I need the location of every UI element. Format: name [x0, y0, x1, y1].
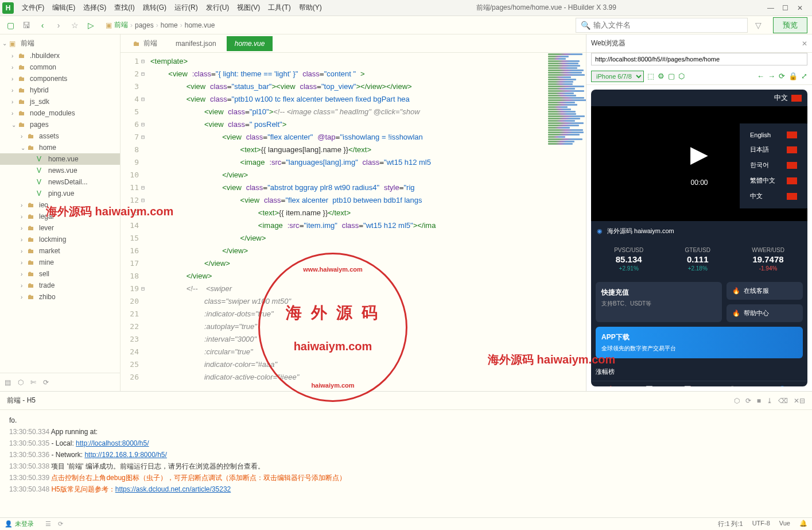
- sync-icon[interactable]: ⟳: [43, 378, 49, 386]
- tree-item[interactable]: ›🖿zhibo: [0, 291, 120, 303]
- language-mode[interactable]: Vue: [779, 520, 790, 528]
- tree-item[interactable]: ›🖿.hbuilderx: [0, 50, 120, 61]
- service-button[interactable]: 🔥在线客服: [726, 282, 803, 300]
- close-icon[interactable]: ✕⊟: [794, 397, 805, 405]
- frame-icon[interactable]: ▢: [668, 72, 675, 80]
- menu-item[interactable]: 工具(T): [265, 2, 294, 14]
- toggle-icon[interactable]: ⬚: [647, 72, 654, 80]
- tab-nav[interactable]: 涨幅榜: [591, 363, 807, 381]
- breadcrumb-item[interactable]: pages: [135, 21, 154, 29]
- minimize-icon[interactable]: —: [767, 4, 775, 12]
- gear-icon[interactable]: ⚙: [658, 72, 665, 80]
- menu-item[interactable]: 选择(S): [80, 2, 110, 14]
- run-icon[interactable]: ▷: [85, 20, 96, 31]
- menu-item[interactable]: 发行(U): [203, 2, 233, 14]
- ticker[interactable]: GTE/USD0.111+2.18%: [685, 247, 710, 272]
- terminal-icon[interactable]: ▤: [5, 378, 11, 386]
- menu-item[interactable]: 视图(V): [234, 2, 263, 14]
- new-file-icon[interactable]: ▢: [5, 20, 16, 31]
- url-input[interactable]: [591, 53, 807, 65]
- app-download-banner[interactable]: APP下载 全球领先的数字资产交易平台: [596, 327, 803, 358]
- tree-root[interactable]: ⌄ ▣ 前端: [0, 37, 120, 50]
- breadcrumb-item[interactable]: home: [161, 21, 178, 29]
- maximize-icon[interactable]: ☐: [782, 4, 790, 12]
- menu-item[interactable]: 跳转(G): [139, 2, 170, 14]
- forward-icon[interactable]: ›: [53, 20, 64, 31]
- nav-item[interactable]: 📊行情: [643, 386, 655, 386]
- encoding[interactable]: UTF-8: [752, 520, 770, 528]
- forward-icon[interactable]: →: [768, 72, 775, 80]
- menu-item[interactable]: 运行(R): [171, 2, 201, 14]
- bug-icon[interactable]: ⬡: [678, 72, 685, 80]
- back-icon[interactable]: ‹: [37, 20, 48, 31]
- editor-tab[interactable]: home.vue: [227, 36, 273, 51]
- lang-item[interactable]: 繁體中文: [744, 173, 803, 188]
- debug-icon[interactable]: ⬡: [734, 397, 740, 405]
- nav-item[interactable]: 👤个人中心: [771, 386, 794, 386]
- menu-item[interactable]: 编辑(E): [49, 2, 79, 14]
- help-button[interactable]: 🔥帮助中心: [726, 304, 803, 322]
- ticker[interactable]: PVSC/USD85.134+2.91%: [614, 247, 643, 272]
- device-select[interactable]: iPhone 6/7/8: [591, 71, 644, 82]
- lang-item[interactable]: English: [744, 128, 803, 142]
- tree-item[interactable]: ›🖿common: [0, 61, 120, 73]
- tree-item[interactable]: ›🖿assets: [0, 130, 120, 142]
- bug-icon[interactable]: ⬡: [18, 378, 24, 386]
- preview-button[interactable]: 预览: [773, 17, 807, 33]
- cut-icon[interactable]: ✄: [30, 378, 36, 386]
- sync-icon[interactable]: ⟳: [58, 520, 63, 528]
- stop-icon[interactable]: ■: [757, 397, 761, 405]
- play-icon[interactable]: ▶: [690, 141, 708, 167]
- search-input[interactable]: [593, 21, 744, 29]
- code-editor[interactable]: 1234567891011121314151617181920212223242…: [121, 53, 586, 391]
- code-content[interactable]: <template> <view :class="{ light: theme …: [150, 53, 546, 391]
- current-lang[interactable]: 中文: [774, 93, 788, 103]
- menu-item[interactable]: 查找(I): [111, 2, 138, 14]
- clear-icon[interactable]: ⌫: [778, 397, 788, 405]
- nav-item[interactable]: 🔥首页: [605, 386, 616, 386]
- save-icon[interactable]: 🖫: [21, 20, 32, 31]
- quick-charge[interactable]: 快捷充值 支持BTC、USDT等: [596, 282, 722, 322]
- bell-icon[interactable]: 🔔: [799, 520, 807, 528]
- tree-item[interactable]: ›🖿legal: [0, 211, 120, 222]
- tree-item[interactable]: ›🖿lever: [0, 222, 120, 234]
- refresh-icon[interactable]: ⟳: [779, 72, 785, 80]
- lang-item[interactable]: 中文: [744, 188, 803, 204]
- tree-item[interactable]: ›🖿market: [0, 245, 120, 257]
- export-icon[interactable]: ⤓: [767, 397, 772, 405]
- tree-item[interactable]: ›🖿trade: [0, 280, 120, 291]
- tree-item[interactable]: Vping.vue: [0, 188, 120, 199]
- nav-item[interactable]: 📈持仓: [682, 386, 693, 386]
- lang-item[interactable]: 한국어: [744, 157, 803, 173]
- video-player[interactable]: ▶ 00:00 English日本語한국어繁體中文中文: [591, 106, 807, 221]
- minimap[interactable]: [546, 53, 586, 391]
- editor-tab[interactable]: 🖿前端: [125, 35, 165, 52]
- tree-item[interactable]: ›🖿lockming: [0, 234, 120, 245]
- console-output[interactable]: fo.13:30:50.334 App running at:13:30:50.…: [0, 410, 812, 517]
- tree-item[interactable]: ›🖿ieo: [0, 199, 120, 211]
- tree-item[interactable]: Vnews.vue: [0, 165, 120, 176]
- filter-icon[interactable]: ▽: [752, 20, 764, 31]
- expand-icon[interactable]: ⤢: [801, 72, 807, 80]
- login-status[interactable]: 未登录: [15, 520, 34, 528]
- breadcrumb-item[interactable]: home.vue: [185, 21, 215, 29]
- nav-item[interactable]: 💬在线客服: [721, 386, 744, 386]
- tree-item[interactable]: ⌄🖿home: [0, 142, 120, 153]
- menu-item[interactable]: 帮助(Y): [296, 2, 325, 14]
- search-icon[interactable]: 🔍: [580, 20, 591, 31]
- menu-item[interactable]: 文件(F): [18, 2, 48, 14]
- back-icon[interactable]: ←: [757, 72, 764, 80]
- lang-item[interactable]: 日本語: [744, 142, 803, 157]
- editor-tab[interactable]: manifest.json: [168, 36, 224, 51]
- list-icon[interactable]: ☰: [45, 520, 51, 528]
- tree-item[interactable]: VnewsDetail...: [0, 176, 120, 188]
- refresh-icon[interactable]: ⟳: [745, 397, 751, 405]
- ticker[interactable]: WWER/USD19.7478-1.94%: [752, 247, 784, 272]
- tree-item[interactable]: ›🖿node_modules: [0, 107, 120, 119]
- close-icon[interactable]: ✕: [797, 4, 805, 12]
- tree-item[interactable]: ›🖿hybrid: [0, 84, 120, 96]
- lock-icon[interactable]: 🔒: [788, 72, 798, 80]
- tree-item[interactable]: ›🖿mine: [0, 257, 120, 268]
- tree-item[interactable]: ⌄🖿pages: [0, 119, 120, 130]
- tree-item[interactable]: ›🖿sell: [0, 268, 120, 280]
